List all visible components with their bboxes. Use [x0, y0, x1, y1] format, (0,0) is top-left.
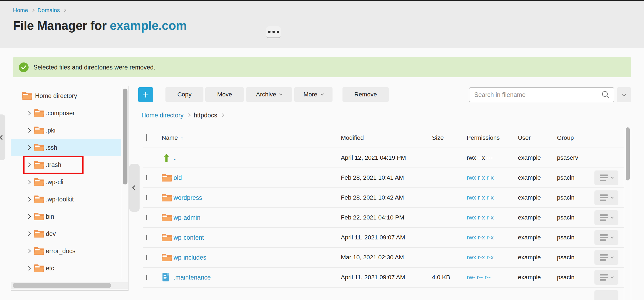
menu-icon [600, 234, 608, 241]
permissions-link[interactable]: rw- r-- r-- [467, 274, 491, 281]
row-actions-button[interactable] [594, 170, 618, 185]
chevron-right-icon[interactable] [26, 180, 31, 184]
path-home-directory-link[interactable]: Home directory [141, 112, 183, 119]
tree-item-home-directory[interactable]: Home directory [11, 87, 121, 104]
button-label: More [303, 91, 317, 98]
more-button[interactable]: More [294, 87, 333, 102]
page-title-domain[interactable]: example.com [110, 19, 187, 33]
collapse-tree-handle[interactable] [129, 164, 140, 212]
tree-item-dot-composer[interactable]: .composer [11, 104, 121, 122]
chevron-down-icon [611, 275, 614, 278]
breadcrumb-domains-link[interactable]: Domains [37, 7, 60, 13]
chevron-right-icon[interactable] [26, 163, 31, 167]
success-alert: Selected files and directories were remo… [13, 57, 631, 77]
archive-button[interactable]: Archive [246, 87, 292, 102]
success-alert-text: Selected files and directories were remo… [33, 64, 155, 71]
tree-item-label: .wp-toolkit [46, 196, 74, 203]
chevron-right-icon[interactable] [26, 128, 31, 133]
column-header-permissions[interactable]: Permissions [463, 134, 515, 141]
file-name-link[interactable]: wp-admin [174, 214, 200, 221]
table-row: ..April 12, 2021 04:19 PMrwx --x ---exam… [143, 148, 624, 168]
folder-icon [34, 178, 44, 186]
row-checkbox[interactable] [146, 215, 147, 220]
tree-item-dot-wp-toolkit[interactable]: .wp-toolkit [11, 191, 121, 208]
file-name-link[interactable]: wp-content [174, 234, 204, 241]
owner-group: psacln [554, 174, 592, 181]
row-actions-button[interactable] [594, 190, 618, 205]
sidebar-horizontal-scrollbar[interactable] [13, 283, 111, 288]
column-header-size[interactable]: Size [429, 134, 463, 141]
tree-item-etc[interactable]: etc [11, 260, 121, 277]
sidebar-vertical-scrollbar[interactable] [123, 89, 127, 184]
tree-item-dot-ssh[interactable]: .ssh [11, 139, 121, 156]
divider [121, 86, 121, 279]
tree-item-error_docs[interactable]: error_docs [11, 242, 121, 260]
permissions-link[interactable]: rwx r-x r-x [467, 234, 494, 241]
table-row: wp-contentApril 11, 2021 09:07 AMrwx r-x… [143, 228, 624, 248]
chevron-right-icon[interactable] [26, 232, 31, 236]
sort-ascending-icon: ↑ [181, 135, 183, 141]
directory-tree: Home directory.composer.pki.ssh.trash.wp… [11, 87, 121, 277]
row-actions-button[interactable] [594, 250, 618, 265]
table-vertical-scrollbar[interactable] [626, 127, 630, 180]
file-size: 4.0 KB [429, 274, 463, 281]
permissions-link[interactable]: rwx r-x r-x [467, 214, 494, 221]
column-header-group[interactable]: Group [554, 134, 592, 141]
chevron-right-icon [63, 9, 66, 12]
column-header-modified[interactable]: Modified [338, 134, 429, 141]
row-actions-button[interactable] [594, 230, 618, 245]
copy-button[interactable]: Copy [165, 87, 203, 102]
row-actions-button[interactable] [594, 210, 618, 225]
select-all-checkbox[interactable] [146, 134, 147, 141]
file-manager-page: Home Domains File Manager forexample.com… [0, 0, 644, 300]
divider [631, 128, 631, 300]
folder-icon [162, 253, 172, 262]
chevron-right-icon[interactable] [26, 145, 31, 150]
modified-date: April 11, 2021 09:07 AM [338, 234, 429, 241]
search-options-button[interactable] [617, 87, 631, 102]
breadcrumb-home-link[interactable]: Home [13, 7, 28, 13]
column-header-user[interactable]: User [515, 134, 554, 141]
collapse-panel-handle-left[interactable] [0, 114, 5, 160]
tree-item-bin[interactable]: bin [11, 208, 121, 225]
tree-item-label: dev [46, 230, 56, 238]
row-checkbox[interactable] [146, 195, 147, 200]
folder-icon [34, 264, 44, 273]
row-actions-button[interactable] [594, 270, 618, 285]
file-name-link[interactable]: .. [174, 155, 177, 161]
permissions-link[interactable]: rwx r-x r-x [467, 174, 494, 181]
search-input[interactable] [469, 87, 614, 102]
file-name-link[interactable]: .maintenance [174, 274, 211, 281]
chevron-right-icon[interactable] [26, 266, 31, 271]
row-actions-button[interactable] [594, 290, 618, 300]
tree-item-dot-pki[interactable]: .pki [11, 122, 121, 139]
tree-item-dot-trash[interactable]: .trash [11, 156, 121, 173]
directory-tree-panel: Home directory.composer.pki.ssh.trash.wp… [11, 86, 129, 291]
file-name-link[interactable]: wordpress [174, 194, 202, 201]
menu-icon [600, 194, 608, 201]
column-header-name[interactable]: Name↑ [160, 134, 338, 141]
chevron-right-icon[interactable] [26, 111, 31, 116]
row-checkbox[interactable] [146, 255, 147, 260]
permissions-link[interactable]: rwx r-x r-x [467, 254, 494, 261]
file-name-link[interactable]: old [174, 174, 182, 181]
permissions-link[interactable]: rwx r-x r-x [467, 194, 494, 201]
row-checkbox[interactable] [146, 275, 147, 280]
title-more-menu-button[interactable] [266, 26, 281, 38]
table-row: wp-adminFeb 22, 2021 04:10 PMrwx r-x r-x… [143, 208, 624, 228]
tree-item-dot-wp-cli[interactable]: .wp-cli [11, 173, 121, 191]
folder-icon [34, 109, 44, 117]
add-new-button[interactable]: + [138, 87, 153, 102]
move-button[interactable]: Move [205, 87, 244, 102]
row-checkbox[interactable] [146, 175, 147, 180]
owner-group: psacln [554, 254, 592, 261]
owner-user: example [515, 174, 554, 181]
chevron-right-icon[interactable] [26, 249, 31, 253]
chevron-right-icon[interactable] [26, 214, 31, 219]
row-checkbox[interactable] [146, 235, 147, 240]
folder-icon [34, 143, 44, 152]
remove-button[interactable]: Remove [342, 87, 389, 102]
tree-item-dev[interactable]: dev [11, 225, 121, 242]
chevron-right-icon[interactable] [26, 197, 31, 202]
file-name-link[interactable]: wp-includes [174, 254, 206, 261]
